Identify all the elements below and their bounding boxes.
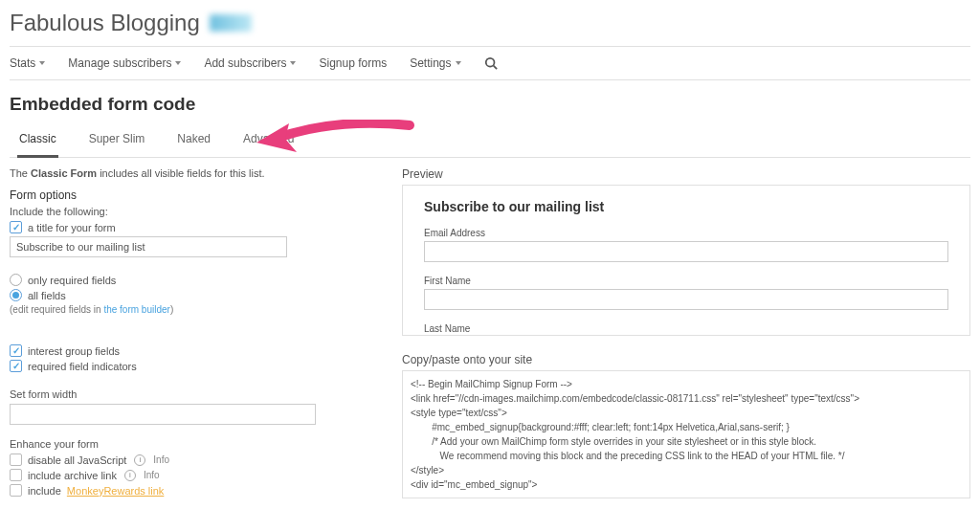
code-line: #mc_embed_signup{background:#fff; clear:… <box>411 422 790 432</box>
required-indicators-row: required field indicators <box>10 360 373 372</box>
nav-label: Manage subscribers <box>68 56 171 70</box>
interest-group-row: interest group fields <box>10 344 373 357</box>
page-title: Embedded form code <box>10 94 970 115</box>
checkbox-title[interactable] <box>10 221 22 233</box>
info-icon[interactable]: i <box>134 454 145 466</box>
code-line: /* Add your own MailChimp form style ove… <box>411 436 816 447</box>
checkbox-required-indicators[interactable] <box>10 360 22 372</box>
code-heading: Copy/paste onto your site <box>402 353 970 366</box>
disable-js-row: disable all JavaScript i Info <box>10 454 373 466</box>
site-name: Fabulous Blogging <box>10 10 200 36</box>
form-title-input[interactable] <box>10 236 287 257</box>
chevron-down-icon <box>175 61 181 65</box>
monkey-prefix: include <box>28 485 61 497</box>
right-column: Preview Subscribe to our mailing list Em… <box>402 167 970 499</box>
checkbox-required-indicators-label: required field indicators <box>28 361 137 372</box>
header: Fabulous Blogging <box>10 10 970 47</box>
preview-firstname-label: First Name <box>424 276 948 286</box>
navbar: Stats Manage subscribers Add subscribers… <box>10 47 970 80</box>
title-checkbox-row: a title for your form <box>10 221 373 233</box>
chevron-down-icon <box>290 61 296 65</box>
nav-add-subscribers[interactable]: Add subscribers <box>204 56 296 70</box>
code-box[interactable]: <!-- Begin MailChimp Signup Form --> <li… <box>402 370 970 498</box>
preview-email-input[interactable] <box>424 241 948 262</box>
nav-label: Stats <box>10 56 35 70</box>
preview-email-label: Email Address <box>424 228 948 238</box>
checkbox-archive-link-label: include archive link <box>28 470 117 481</box>
search-icon[interactable] <box>484 56 498 70</box>
tab-advanced[interactable]: Advanced <box>241 124 296 157</box>
nav-label: Add subscribers <box>204 56 286 70</box>
radio-only-required-row: only required fields <box>10 274 373 286</box>
info-icon[interactable]: i <box>124 470 136 481</box>
left-column: The Classic Form includes all visible fi… <box>10 167 383 499</box>
form-width-input[interactable] <box>10 404 316 425</box>
nav-signup-forms[interactable]: Signup forms <box>319 56 387 70</box>
code-line: </style> <box>411 465 444 476</box>
nav-settings[interactable]: Settings <box>410 56 460 70</box>
note-suffix: ) <box>170 304 173 315</box>
radio-all-fields-row: all fields <box>10 289 373 301</box>
intro-suffix: includes all visible fields for this lis… <box>97 167 264 179</box>
checkbox-monkeyrewards[interactable] <box>10 484 22 497</box>
checkbox-interest-group-label: interest group fields <box>28 345 120 357</box>
nav-label: Signup forms <box>319 56 387 70</box>
code-line: <style type="text/css"> <box>411 408 507 418</box>
edit-fields-note: (edit required fields in the form builde… <box>10 304 373 315</box>
preview-lastname-label: Last Name <box>424 323 948 334</box>
nav-stats[interactable]: Stats <box>10 56 45 70</box>
intro-bold: Classic Form <box>31 167 97 179</box>
chevron-down-icon <box>39 61 45 65</box>
info-text: Info <box>144 470 160 480</box>
content: The Classic Form includes all visible fi… <box>10 167 970 499</box>
width-label: Set form width <box>10 388 373 400</box>
preview-heading: Preview <box>402 167 970 181</box>
tabs: Classic Super Slim Naked Advanced <box>10 124 970 158</box>
tab-naked[interactable]: Naked <box>175 124 212 157</box>
monkeyrewards-row: include MonkeyRewards link <box>10 484 373 497</box>
svg-point-0 <box>485 58 494 67</box>
checkbox-interest-group[interactable] <box>10 344 22 357</box>
form-options-heading: Form options <box>10 188 373 202</box>
checkbox-disable-js[interactable] <box>10 454 22 466</box>
tab-super-slim[interactable]: Super Slim <box>87 124 147 157</box>
radio-only-required-label: only required fields <box>28 275 116 286</box>
nav-manage-subscribers[interactable]: Manage subscribers <box>68 56 181 70</box>
preview-box: Subscribe to our mailing list Email Addr… <box>402 185 970 336</box>
monkeyrewards-link[interactable]: MonkeyRewards link <box>67 485 164 497</box>
note-prefix: (edit required fields in <box>10 304 103 315</box>
radio-all-fields[interactable] <box>10 289 22 301</box>
radio-all-fields-label: all fields <box>28 290 66 301</box>
preview-title: Subscribe to our mailing list <box>424 199 948 214</box>
chevron-down-icon <box>456 61 461 65</box>
svg-line-1 <box>493 66 497 70</box>
code-line: We recommend moving this block and the p… <box>411 451 845 461</box>
preview-firstname-input[interactable] <box>424 289 948 310</box>
enhance-label: Enhance your form <box>10 438 373 450</box>
code-line: <div id="mc_embed_signup"> <box>411 479 537 490</box>
code-line: <!-- Begin MailChimp Signup Form --> <box>411 379 572 389</box>
archive-link-row: include archive link i Info <box>10 469 373 481</box>
info-text: Info <box>153 454 169 465</box>
tab-classic[interactable]: Classic <box>17 124 58 158</box>
form-builder-link[interactable]: the form builder <box>103 304 169 315</box>
checkbox-archive-link[interactable] <box>10 469 22 481</box>
nav-label: Settings <box>410 56 451 70</box>
code-line: <link href="//cdn-images.mailchimp.com/e… <box>411 393 859 404</box>
checkbox-disable-js-label: disable all JavaScript <box>28 454 126 466</box>
intro-prefix: The <box>10 167 31 179</box>
checkbox-title-label: a title for your form <box>28 222 116 233</box>
intro-text: The Classic Form includes all visible fi… <box>10 167 373 179</box>
include-label: Include the following: <box>10 206 373 217</box>
blurred-badge <box>210 14 252 32</box>
radio-only-required[interactable] <box>10 274 22 286</box>
